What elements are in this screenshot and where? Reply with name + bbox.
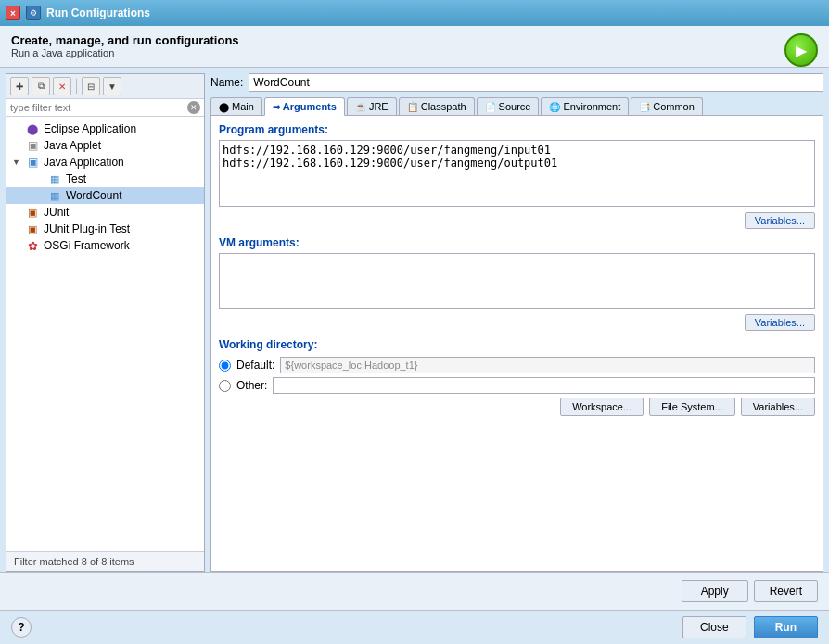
tab-common-label: Common [653, 101, 695, 112]
title-bar: × ⚙ Run Configurations [0, 0, 829, 26]
tree-item-junit-plugin[interactable]: ▣ JUnit Plug-in Test [6, 221, 204, 237]
working-dir-label: Working directory: [219, 338, 815, 351]
default-radio-row: Default: [219, 357, 815, 373]
tree-label-junit-plugin: JUnit Plug-in Test [44, 222, 130, 235]
run-big-button[interactable]: ▶ [784, 33, 818, 67]
dialog-title: Create, manage, and run configurations [11, 33, 784, 47]
left-panel: ✚ ⧉ ✕ ⊟ ▼ ✕ ⬤ Eclipse Application [6, 73, 205, 572]
tree-item-junit[interactable]: ▣ JUnit [6, 204, 204, 221]
collapse-all-btn[interactable]: ⊟ [82, 77, 100, 95]
filter-dropdown-btn[interactable]: ▼ [103, 77, 121, 95]
wd-variables-btn[interactable]: Variables... [741, 398, 815, 416]
jre-tab-icon: ☕ [355, 102, 366, 112]
java-applet-icon: ▣ [25, 139, 40, 152]
run-btn[interactable]: Run [754, 616, 818, 638]
tab-jre-label: JRE [369, 101, 389, 112]
tab-arguments[interactable]: ⇒ Arguments [264, 97, 345, 116]
eclipse-app-icon: ⬤ [25, 122, 40, 135]
help-btn[interactable]: ? [11, 617, 32, 638]
new-config-btn[interactable]: ✚ [10, 77, 29, 95]
tab-environment[interactable]: 🌐 Environment [541, 97, 629, 115]
default-dir-input[interactable] [280, 357, 815, 373]
tree-label-osgi: OSGi Framework [44, 239, 130, 252]
tab-classpath-label: Classpath [421, 101, 466, 112]
test-class-icon: ▦ [47, 172, 62, 185]
tree-item-eclipse-app[interactable]: ⬤ Eclipse Application [6, 120, 204, 137]
tab-environment-label: Environment [563, 101, 620, 112]
program-args-label: Program arguments: [219, 123, 815, 136]
wordcount-class-icon: ▦ [47, 189, 62, 202]
right-panel: Name: ⬤ Main ⇒ Arguments ☕ JRE 📋 [205, 68, 829, 572]
tree-expand-java-app: ▼ [12, 158, 21, 167]
filter-row: ✕ [6, 99, 204, 117]
osgi-icon: ✿ [25, 239, 40, 252]
working-dir-section: Working directory: Default: Other: Works… [219, 338, 815, 416]
name-input[interactable] [249, 73, 823, 92]
tree-item-wordcount[interactable]: ▦ WordCount [6, 187, 204, 204]
filter-status: Filter matched 8 of 8 items [6, 551, 204, 571]
filesystem-btn[interactable]: File System... [649, 398, 735, 416]
junit-icon: ▣ [25, 206, 40, 219]
tab-arguments-label: Arguments [283, 101, 337, 112]
environment-tab-icon: 🌐 [549, 102, 560, 112]
header-area: Create, manage, and run configurations R… [0, 26, 829, 68]
tree-item-osgi[interactable]: ✿ OSGi Framework [6, 237, 204, 254]
footer-row: ? Close Run [0, 610, 829, 644]
program-args-input[interactable]: hdfs://192.168.160.129:9000/user/fangmen… [219, 140, 815, 207]
toolbar-separator [76, 79, 77, 94]
tab-main-label: Main [232, 101, 254, 112]
revert-btn[interactable]: Revert [754, 580, 818, 602]
tab-main[interactable]: ⬤ Main [210, 97, 262, 115]
tab-jre[interactable]: ☕ JRE [347, 97, 397, 115]
tabs-row: ⬤ Main ⇒ Arguments ☕ JRE 📋 Classpath 📄 [210, 97, 823, 116]
common-tab-icon: 📑 [639, 102, 650, 112]
apply-btn[interactable]: Apply [682, 580, 748, 602]
tree-label-java-app: Java Application [44, 156, 124, 169]
window-title: Run Configurations [46, 6, 150, 19]
tree-area: ⬤ Eclipse Application ▣ Java Applet ▼ ▣ … [6, 117, 204, 551]
duplicate-config-btn[interactable]: ⧉ [32, 77, 50, 95]
dialog-subtitle: Run a Java application [11, 47, 784, 58]
default-radio[interactable] [219, 360, 231, 372]
tab-common[interactable]: 📑 Common [631, 97, 703, 115]
workspace-btn[interactable]: Workspace... [560, 398, 644, 416]
other-radio[interactable] [219, 380, 231, 392]
tree-item-test[interactable]: ▦ Test [6, 170, 204, 187]
tab-source-label: Source [499, 101, 531, 112]
vm-variables-btn[interactable]: Variables... [745, 314, 815, 331]
tab-content-arguments: Program arguments: hdfs://192.168.160.12… [210, 116, 823, 572]
default-radio-label: Default: [236, 359, 274, 372]
junit-plugin-icon: ▣ [25, 222, 40, 235]
window-icon: ⚙ [26, 6, 41, 20]
bottom-buttons: Apply Revert [0, 572, 829, 610]
tree-item-java-applet[interactable]: ▣ Java Applet [6, 137, 204, 154]
tree-toolbar: ✚ ⧉ ✕ ⊟ ▼ [6, 74, 204, 99]
other-radio-label: Other: [236, 379, 267, 392]
vm-args-label: VM arguments: [219, 236, 815, 249]
vm-args-input[interactable] [219, 253, 815, 309]
tree-label-wordcount: WordCount [66, 189, 121, 202]
tree-label-test: Test [66, 172, 86, 185]
other-dir-input[interactable] [273, 377, 815, 394]
java-app-folder-icon: ▣ [25, 156, 40, 169]
close-window-btn[interactable]: × [6, 6, 20, 20]
tab-classpath[interactable]: 📋 Classpath [399, 97, 475, 115]
filter-input[interactable] [10, 102, 187, 113]
main-tab-icon: ⬤ [219, 102, 229, 112]
arguments-tab-icon: ⇒ [273, 102, 280, 112]
tree-item-java-app[interactable]: ▼ ▣ Java Application [6, 154, 204, 170]
classpath-tab-icon: 📋 [407, 102, 418, 112]
program-args-variables-btn[interactable]: Variables... [745, 212, 815, 229]
name-label: Name: [210, 76, 243, 89]
filter-clear-btn[interactable]: ✕ [187, 101, 200, 114]
delete-config-btn[interactable]: ✕ [53, 77, 71, 95]
name-row: Name: [210, 73, 823, 92]
tree-label-eclipse-app: Eclipse Application [44, 122, 136, 135]
tab-source[interactable]: 📄 Source [477, 97, 540, 115]
tree-label-java-applet: Java Applet [44, 139, 101, 152]
tree-label-junit: JUnit [44, 206, 69, 219]
close-btn[interactable]: Close [682, 616, 746, 638]
source-tab-icon: 📄 [485, 102, 496, 112]
other-radio-row: Other: [219, 377, 815, 394]
